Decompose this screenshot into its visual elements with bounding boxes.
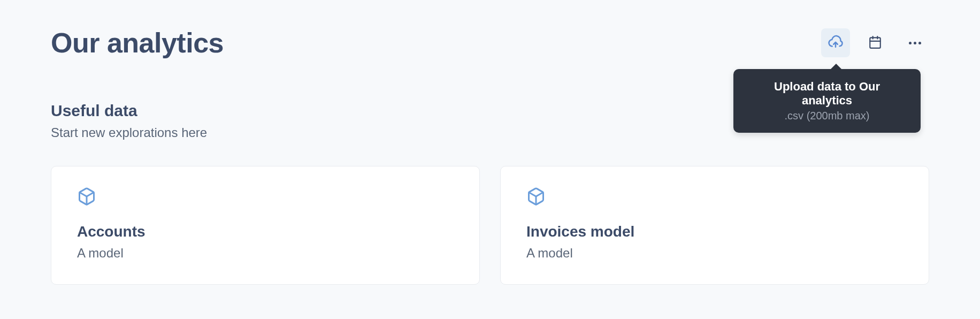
cloud-upload-icon bbox=[828, 34, 844, 52]
card-invoices-model[interactable]: Invoices model A model bbox=[500, 166, 929, 285]
more-horizontal-icon bbox=[909, 42, 921, 44]
card-subtitle: A model bbox=[77, 246, 454, 261]
more-options-button[interactable] bbox=[900, 28, 929, 57]
calendar-button[interactable] bbox=[861, 28, 890, 57]
svg-rect-0 bbox=[870, 37, 881, 48]
calendar-icon bbox=[868, 35, 882, 51]
page-title: Our analytics bbox=[51, 27, 224, 59]
cards-grid: Accounts A model Invoices model A model bbox=[51, 166, 929, 285]
tooltip-subtitle: .csv (200mb max) bbox=[748, 110, 906, 122]
upload-tooltip: Upload data to Our analytics .csv (200mb… bbox=[733, 69, 921, 133]
card-title: Invoices model bbox=[526, 223, 903, 240]
card-accounts[interactable]: Accounts A model bbox=[51, 166, 480, 285]
toolbar: Upload data to Our analytics .csv (200mb… bbox=[821, 28, 929, 57]
upload-button[interactable] bbox=[821, 28, 850, 57]
card-subtitle: A model bbox=[526, 246, 903, 261]
card-title: Accounts bbox=[77, 223, 454, 240]
cube-icon bbox=[77, 187, 454, 208]
tooltip-title: Upload data to Our analytics bbox=[748, 80, 906, 108]
cube-icon bbox=[526, 187, 903, 208]
